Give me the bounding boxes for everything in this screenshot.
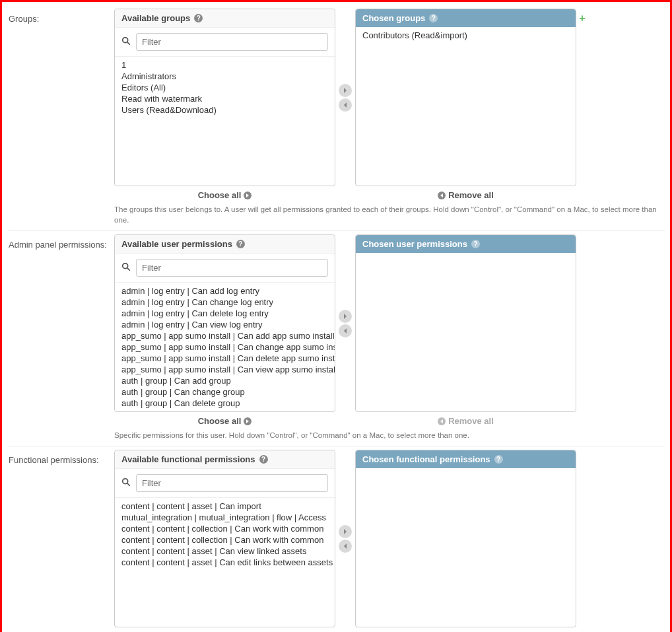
list-item[interactable]: app_sumo | app sumo install | Can add ap… bbox=[115, 330, 335, 341]
search-icon bbox=[121, 477, 131, 489]
svg-line-1 bbox=[127, 42, 129, 44]
chosen-permissions-header: Chosen user permissions ? bbox=[356, 235, 576, 253]
help-icon[interactable]: ? bbox=[259, 455, 268, 464]
chosen-functional-panel: Chosen functional permissions ? bbox=[355, 450, 576, 627]
transfer-buttons bbox=[335, 450, 355, 627]
remove-all-link[interactable]: Remove all bbox=[355, 416, 576, 426]
filter-row bbox=[115, 28, 335, 57]
chosen-functional-title: Chosen functional permissions bbox=[362, 454, 490, 464]
svg-point-0 bbox=[123, 38, 128, 43]
chosen-groups-header: Chosen groups ? bbox=[356, 9, 576, 27]
list-item[interactable]: content | content | asset | Can edit lin… bbox=[115, 557, 335, 568]
groups-section: Groups: Available groups ? 1Administra bbox=[9, 5, 665, 231]
list-item[interactable]: Editors (All) bbox=[115, 82, 335, 93]
permissions-filter-input[interactable] bbox=[136, 259, 328, 277]
list-item[interactable]: app_sumo | app sumo install | Can delete… bbox=[115, 353, 335, 364]
transfer-buttons bbox=[335, 234, 355, 412]
available-groups-list[interactable]: 1AdministratorsEditors (All)Read with wa… bbox=[115, 57, 335, 186]
functional-section: Functional permissions: Available functi… bbox=[9, 446, 665, 632]
list-item[interactable]: admin | log entry | Can delete log entry bbox=[115, 308, 335, 319]
help-icon[interactable]: ? bbox=[194, 14, 203, 22]
help-icon[interactable]: ? bbox=[494, 455, 503, 464]
help-icon[interactable]: ? bbox=[471, 240, 480, 248]
chevron-left-icon bbox=[438, 417, 446, 425]
move-right-button[interactable] bbox=[339, 310, 352, 323]
groups-filter-input[interactable] bbox=[136, 33, 328, 51]
list-item[interactable]: app_sumo | app sumo install | Can change… bbox=[115, 341, 335, 353]
available-permissions-panel: Available user permissions ? admin | log… bbox=[114, 234, 335, 412]
list-item[interactable]: admin | log entry | Can add log entry bbox=[115, 285, 335, 297]
filter-row bbox=[115, 254, 335, 283]
help-icon[interactable]: ? bbox=[236, 240, 245, 248]
list-item[interactable]: content | content | collection | Can wor… bbox=[115, 523, 335, 534]
svg-line-3 bbox=[127, 268, 129, 270]
move-left-button[interactable] bbox=[339, 98, 352, 112]
available-functional-title: Available functional permissions bbox=[121, 454, 255, 464]
list-item[interactable]: content | content | asset | Can view lin… bbox=[115, 545, 335, 557]
functional-label: Functional permissions: bbox=[9, 450, 114, 465]
chosen-groups-panel: Chosen groups ? Contributors (Read&impor… bbox=[355, 9, 576, 186]
chosen-permissions-list[interactable] bbox=[356, 253, 576, 411]
list-item[interactable]: Users (Read&Download) bbox=[115, 104, 335, 116]
add-icon[interactable]: + bbox=[576, 9, 588, 186]
list-item[interactable]: auth | group | Can add group bbox=[115, 375, 335, 386]
move-right-button[interactable] bbox=[339, 525, 352, 538]
list-item[interactable]: mutual_integration | mutual_integration … bbox=[115, 512, 335, 523]
chosen-groups-list[interactable]: Contributors (Read&import) bbox=[356, 27, 576, 186]
permissions-help-text: Specific permissions for this user. Hold… bbox=[114, 430, 665, 440]
chevron-left-icon bbox=[438, 192, 446, 199]
move-left-button[interactable] bbox=[339, 540, 352, 553]
list-item[interactable]: app_sumo | app sumo install | Can view a… bbox=[115, 364, 335, 375]
chevron-right-icon bbox=[244, 192, 252, 199]
chosen-functional-list[interactable] bbox=[356, 468, 576, 627]
available-permissions-header: Available user permissions ? bbox=[115, 235, 335, 254]
chosen-groups-title: Chosen groups bbox=[362, 13, 425, 23]
search-icon bbox=[121, 262, 131, 273]
available-permissions-title: Available user permissions bbox=[121, 239, 232, 249]
list-item[interactable]: 1 bbox=[115, 59, 335, 71]
chosen-permissions-panel: Chosen user permissions ? bbox=[355, 234, 576, 412]
chevron-right-icon bbox=[244, 417, 252, 425]
choose-all-link[interactable]: Choose all bbox=[114, 190, 335, 200]
groups-help-text: The groups this user belongs to. A user … bbox=[114, 204, 665, 225]
move-right-button[interactable] bbox=[339, 84, 352, 97]
help-icon[interactable]: ? bbox=[429, 14, 438, 22]
move-left-button[interactable] bbox=[339, 324, 352, 337]
available-functional-list[interactable]: content | content | asset | Can importmu… bbox=[115, 498, 335, 627]
groups-label: Groups: bbox=[9, 9, 114, 24]
search-icon bbox=[121, 36, 131, 48]
transfer-buttons bbox=[335, 9, 355, 186]
list-item[interactable]: content | content | asset | Can import bbox=[115, 501, 335, 512]
list-item[interactable]: auth | group | Can change group bbox=[115, 386, 335, 398]
available-groups-header: Available groups ? bbox=[115, 9, 335, 28]
available-functional-header: Available functional permissions ? bbox=[115, 450, 335, 469]
permissions-label: Admin panel permissions: bbox=[9, 234, 114, 250]
svg-point-4 bbox=[123, 479, 128, 484]
list-item[interactable]: content | content | collection | Can wor… bbox=[115, 534, 335, 545]
list-item[interactable]: auth | group | Can delete group bbox=[115, 398, 335, 409]
available-functional-panel: Available functional permissions ? conte… bbox=[114, 450, 335, 627]
available-groups-title: Available groups bbox=[121, 13, 190, 23]
list-item[interactable]: auth | group | Can view group bbox=[115, 409, 335, 411]
list-item[interactable]: Read with watermark bbox=[115, 93, 335, 104]
list-item[interactable]: Administrators bbox=[115, 71, 335, 82]
available-permissions-list[interactable]: admin | log entry | Can add log entryadm… bbox=[115, 283, 335, 411]
svg-line-5 bbox=[127, 483, 129, 485]
remove-all-link[interactable]: Remove all bbox=[355, 190, 576, 200]
permissions-section: Admin panel permissions: Available user … bbox=[9, 231, 665, 446]
list-item[interactable]: Contributors (Read&import) bbox=[356, 30, 576, 41]
available-groups-panel: Available groups ? 1AdministratorsEditor… bbox=[114, 9, 335, 186]
filter-row bbox=[115, 469, 335, 498]
svg-point-2 bbox=[123, 263, 128, 269]
functional-filter-input[interactable] bbox=[136, 474, 328, 492]
chosen-permissions-title: Chosen user permissions bbox=[362, 239, 467, 249]
chosen-functional-header: Chosen functional permissions ? bbox=[356, 450, 576, 468]
list-item[interactable]: admin | log entry | Can change log entry bbox=[115, 297, 335, 308]
choose-all-link[interactable]: Choose all bbox=[114, 416, 335, 426]
list-item[interactable]: admin | log entry | Can view log entry bbox=[115, 319, 335, 330]
